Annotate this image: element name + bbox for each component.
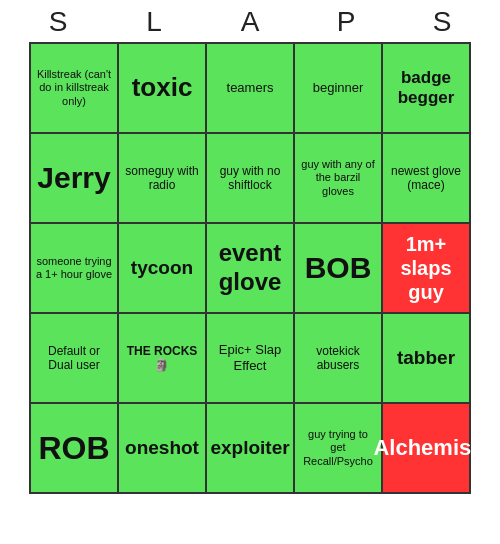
cell-11: tycoon <box>119 224 207 314</box>
cell-text-0: Killstreak (can't do in killstreak only) <box>35 68 113 108</box>
cell-text-15: Default or Dual user <box>35 344 113 373</box>
cell-15: Default or Dual user <box>31 314 119 404</box>
cell-24: Alchemist <box>383 404 471 494</box>
cell-2: teamers <box>207 44 295 134</box>
cell-text-23: guy trying to get Recall/Psycho <box>299 428 377 468</box>
cell-text-16: THE ROCKS🗿 <box>127 344 198 373</box>
cell-text-24: Alchemist <box>373 435 478 461</box>
cell-19: tabber <box>383 314 471 404</box>
cell-text-12: event glove <box>211 239 289 297</box>
cell-7: guy with no shiftlock <box>207 134 295 224</box>
cell-text-19: tabber <box>397 347 455 370</box>
cell-text-21: oneshot <box>125 437 199 460</box>
cell-6: someguy with radio <box>119 134 207 224</box>
cell-23: guy trying to get Recall/Psycho <box>295 404 383 494</box>
cell-text-9: newest glove (mace) <box>387 164 465 193</box>
cell-text-1: toxic <box>132 72 193 103</box>
cell-text-5: Jerry <box>37 160 110 196</box>
cell-4: badge begger <box>383 44 471 134</box>
cell-text-2: teamers <box>227 80 274 96</box>
cell-8: guy with any of the barzil gloves <box>295 134 383 224</box>
cell-20: ROB <box>31 404 119 494</box>
cell-1: toxic <box>119 44 207 134</box>
cell-3: beginner <box>295 44 383 134</box>
cell-text-22: exploiter <box>210 437 289 460</box>
cell-text-18: votekick abusers <box>299 344 377 373</box>
cell-17: Epic+ Slap Effect <box>207 314 295 404</box>
cell-text-4: badge begger <box>387 68 465 109</box>
header-row: S L A P S <box>10 0 490 42</box>
cell-21: oneshot <box>119 404 207 494</box>
cell-9: newest glove (mace) <box>383 134 471 224</box>
cell-text-11: tycoon <box>131 257 193 280</box>
header-p: P <box>302 6 390 38</box>
cell-5: Jerry <box>31 134 119 224</box>
cell-0: Killstreak (can't do in killstreak only) <box>31 44 119 134</box>
cell-text-10: someone trying a 1+ hour glove <box>35 255 113 281</box>
cell-13: BOB <box>295 224 383 314</box>
cell-text-7: guy with no shiftlock <box>211 164 289 193</box>
cell-text-6: someguy with radio <box>123 164 201 193</box>
cell-text-14: 1m+ slaps guy <box>387 232 465 304</box>
cell-text-20: ROB <box>38 429 109 467</box>
bingo-grid: Killstreak (can't do in killstreak only)… <box>29 42 471 494</box>
cell-text-3: beginner <box>313 80 364 96</box>
cell-18: votekick abusers <box>295 314 383 404</box>
cell-12: event glove <box>207 224 295 314</box>
cell-text-13: BOB <box>305 250 372 286</box>
header-l: L <box>110 6 198 38</box>
cell-text-8: guy with any of the barzil gloves <box>299 158 377 198</box>
header-s1: S <box>14 6 102 38</box>
cell-10: someone trying a 1+ hour glove <box>31 224 119 314</box>
cell-16: THE ROCKS🗿 <box>119 314 207 404</box>
cell-text-17: Epic+ Slap Effect <box>211 342 289 373</box>
cell-14: 1m+ slaps guy <box>383 224 471 314</box>
header-a: A <box>206 6 294 38</box>
header-s2: S <box>398 6 486 38</box>
cell-22: exploiter <box>207 404 295 494</box>
